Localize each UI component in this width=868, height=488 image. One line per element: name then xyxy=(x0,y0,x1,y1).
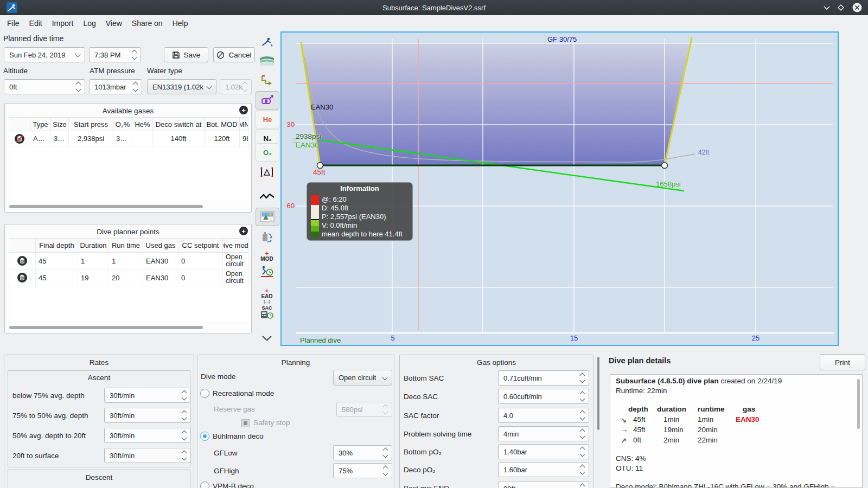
point-mode-cell[interactable]: Open circuit xyxy=(223,253,248,269)
col-mnd[interactable]: MN xyxy=(240,118,248,131)
dive-trip-icon[interactable] xyxy=(256,34,278,51)
gflow-spinbox[interactable]: 30% xyxy=(333,445,392,460)
menu-help[interactable]: Help xyxy=(173,19,188,28)
o2-toggle-icon[interactable]: O₂ xyxy=(256,143,279,162)
spinner-arrows-icon[interactable] xyxy=(384,466,392,475)
point-gas-cell[interactable]: EAN30 xyxy=(143,269,178,286)
close-button[interactable] xyxy=(852,2,863,13)
splitter-handle[interactable] xyxy=(597,357,599,430)
maximize-button[interactable] xyxy=(835,2,846,13)
spinner-arrows-icon[interactable] xyxy=(580,447,589,456)
col-start-press[interactable]: Start press xyxy=(69,118,113,131)
sac-calc-icon[interactable]: SAC xyxy=(256,304,278,321)
menu-log[interactable]: Log xyxy=(83,19,95,28)
point-runtime-cell[interactable]: 1 xyxy=(109,253,143,269)
point-gas-cell[interactable]: EAN30 xyxy=(143,253,178,269)
col-o2[interactable]: O₂% xyxy=(113,118,132,131)
rate-spinbox-2[interactable]: 30ft/min xyxy=(104,408,191,423)
vpmb-deco-radio[interactable] xyxy=(200,481,209,488)
problem-time-spinbox[interactable]: 4min xyxy=(498,426,589,441)
tank-pressure-toggle-icon[interactable] xyxy=(256,91,279,110)
information-tooltip[interactable]: Information @: 6:20 D: 45.0ft P: 2,557ps… xyxy=(307,182,413,241)
print-button[interactable]: Print xyxy=(820,354,865,370)
gas-mnd-cell[interactable]: 98f xyxy=(240,131,248,146)
point-depth-cell[interactable]: 45 xyxy=(36,253,78,269)
menu-view[interactable]: View xyxy=(106,19,122,28)
gases-hscrollbar[interactable] xyxy=(9,205,203,208)
cancel-button[interactable]: Cancel xyxy=(213,47,255,62)
col-used-gas[interactable]: Used gas xyxy=(143,239,178,252)
point-table-row[interactable]: 45 19 20 EAN30 0 Open circuit xyxy=(9,269,248,286)
gas-disabled-trash-icon[interactable] xyxy=(9,133,30,144)
ndl-diver-icon[interactable] xyxy=(256,262,278,280)
spinner-arrows-icon[interactable] xyxy=(580,392,589,401)
add-gas-button[interactable]: + xyxy=(239,106,248,114)
point-table-row[interactable]: 45 1 1 EAN30 0 Open circuit xyxy=(9,253,248,269)
atm-pressure-spinbox[interactable]: 1013mbar xyxy=(89,79,142,94)
gas-switch-icon[interactable] xyxy=(256,228,278,245)
points-hscrollbar[interactable] xyxy=(9,326,203,329)
gas-bot-mod-cell[interactable]: 120ft xyxy=(205,131,240,146)
dive-time-spinbox[interactable]: 7:38 PM xyxy=(89,47,141,62)
point-runtime-cell[interactable]: 20 xyxy=(109,269,143,286)
minimize-button[interactable] xyxy=(821,2,832,13)
title-bar[interactable]: Subsurface: SampleDivesV2.ssrf xyxy=(0,0,868,15)
ceiling-icon[interactable] xyxy=(256,72,278,89)
dive-date-combobox[interactable]: Sun Feb 24, 2019 xyxy=(4,47,85,62)
spinner-arrows-icon[interactable] xyxy=(384,448,392,457)
deco-sac-spinbox[interactable]: 0.60cuft/min xyxy=(498,389,589,404)
spinner-arrows-icon[interactable] xyxy=(580,429,589,438)
menu-share-on[interactable]: Share on xyxy=(132,19,163,28)
bottom-po2-spinbox[interactable]: 1.40bar xyxy=(498,444,589,459)
point-setpoint-cell[interactable]: 0 xyxy=(178,269,223,286)
spinner-arrows-icon[interactable] xyxy=(182,411,190,420)
sac-factor-spinbox[interactable]: 4.0 xyxy=(498,408,589,423)
point-depth-cell[interactable]: 45 xyxy=(36,269,78,286)
spinner-arrows-icon[interactable] xyxy=(182,391,190,400)
col-deco-switch[interactable]: Deco switch at xyxy=(153,118,205,131)
heartrate-icon[interactable] xyxy=(256,188,278,205)
gas-size-cell[interactable]: 3… xyxy=(51,131,69,146)
he-toggle-icon[interactable]: He xyxy=(256,110,279,129)
point-setpoint-cell[interactable]: 0 xyxy=(178,253,223,269)
point-mode-cell[interactable]: Open circuit xyxy=(223,269,248,286)
spinner-arrows-icon[interactable] xyxy=(580,465,589,474)
spinner-arrows-icon[interactable] xyxy=(580,411,589,420)
col-duration[interactable]: Duration xyxy=(78,239,109,252)
add-point-button[interactable]: + xyxy=(239,227,248,235)
col-type[interactable]: Type xyxy=(30,118,51,131)
spinner-arrows-icon[interactable] xyxy=(580,374,589,382)
gas-deco-switch-cell[interactable]: 140ft xyxy=(153,131,205,146)
menu-edit[interactable]: Edit xyxy=(29,19,42,28)
dive-point-handle[interactable] xyxy=(317,163,323,169)
menu-file[interactable]: File xyxy=(7,19,20,28)
spinner-arrows-icon[interactable] xyxy=(132,50,141,59)
delete-point-icon[interactable] xyxy=(9,272,35,283)
spinner-arrows-icon[interactable] xyxy=(182,431,190,440)
details-vscrollbar[interactable] xyxy=(857,379,860,429)
rate-spinbox-4[interactable]: 30ft/min xyxy=(104,448,191,463)
col-he[interactable]: He% xyxy=(132,118,153,131)
gas-he-cell[interactable] xyxy=(132,131,153,146)
point-duration-cell[interactable]: 19 xyxy=(78,269,109,286)
photos-toggle-icon[interactable] xyxy=(256,208,279,226)
salinity-waves-icon[interactable] xyxy=(256,52,278,69)
dive-profile-chart[interactable]: GF 30/75 30 60 EAN30 2938psi EAN30 45ft … xyxy=(280,31,839,346)
col-size[interactable]: Size xyxy=(51,118,69,131)
rate-spinbox-1[interactable]: 30ft/min xyxy=(104,388,191,403)
gfhigh-spinbox[interactable]: 75% xyxy=(333,463,392,478)
bottom-sac-spinbox[interactable]: 0.71cuft/min xyxy=(498,370,589,386)
buhlmann-deco-radio[interactable] xyxy=(200,432,209,441)
toolbar-scroll-down-icon[interactable] xyxy=(256,330,278,347)
spinner-arrows-icon[interactable] xyxy=(76,82,85,91)
save-button[interactable]: Save xyxy=(164,47,208,62)
spinner-arrows-icon[interactable] xyxy=(182,451,190,460)
mod-range-icon[interactable] xyxy=(256,163,278,181)
gas-type-cell[interactable]: A… xyxy=(30,131,51,146)
gas-start-press-cell[interactable]: 2,938psi xyxy=(69,131,113,146)
col-cc-setpoint[interactable]: CC setpoint xyxy=(178,239,223,252)
dive-mode-combobox[interactable]: Open circuit xyxy=(333,370,392,386)
col-dive-mode[interactable]: Dive mode xyxy=(223,239,248,252)
gas-o2-cell[interactable]: 3… xyxy=(113,131,132,146)
col-final-depth[interactable]: Final depth xyxy=(36,239,78,252)
